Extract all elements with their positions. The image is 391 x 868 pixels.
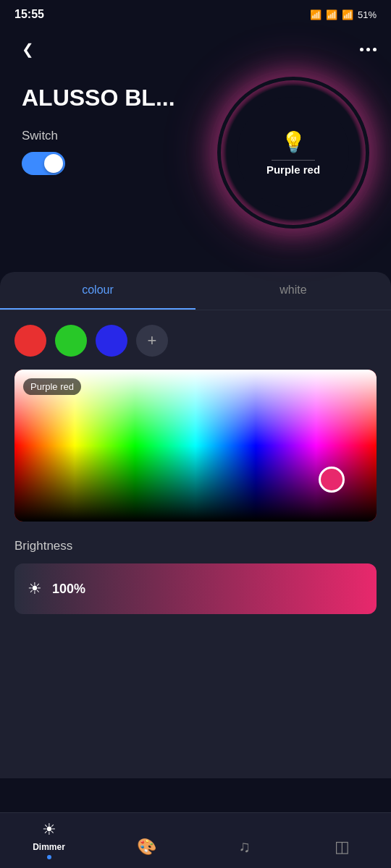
- ring-color-label: Purple red: [266, 163, 320, 176]
- brightness-icon: ☀: [28, 579, 42, 598]
- swatch-green[interactable]: [55, 325, 87, 357]
- bottom-nav: ☀ Dimmer 🎨 ♫ ◫: [0, 812, 391, 868]
- nav-item-dimmer[interactable]: ☀ Dimmer: [0, 813, 98, 862]
- status-icons: 📶 📶 📶 51%: [310, 9, 377, 20]
- toggle-thumb: [44, 154, 63, 173]
- brightness-label: Brightness: [14, 539, 377, 553]
- brightness-value: 100%: [52, 582, 85, 597]
- bulb-icon: 💡: [281, 130, 306, 154]
- brightness-slider[interactable]: ☀ 100%: [14, 563, 377, 614]
- status-time: 15:55: [14, 8, 44, 21]
- nav-item-colour[interactable]: 🎨: [98, 830, 196, 862]
- color-gradient[interactable]: Purple red: [14, 370, 377, 522]
- tab-white[interactable]: white: [196, 272, 391, 310]
- hero-left: ALUSSO BL... Switch: [22, 77, 210, 175]
- swatches-row: +: [0, 325, 391, 357]
- tabs: colour white: [0, 272, 391, 310]
- ring-inner: 💡 Purple red: [237, 97, 349, 208]
- toggle-wrapper: [22, 152, 210, 175]
- ring-divider: [272, 160, 315, 161]
- more-button[interactable]: [360, 48, 377, 51]
- nav-item-scenes[interactable]: ◫: [293, 830, 391, 862]
- swatch-add[interactable]: +: [136, 325, 168, 357]
- status-bar: 15:55 📶 📶 📶 51%: [0, 0, 391, 29]
- back-button[interactable]: ❮: [14, 36, 41, 62]
- more-dot-3: [373, 48, 377, 51]
- swatch-blue[interactable]: [96, 325, 127, 357]
- bluetooth-icon: 📶: [310, 9, 321, 20]
- scenes-icon: ◫: [335, 838, 350, 856]
- brightness-section: Brightness ☀ 100%: [0, 539, 391, 614]
- more-dot-2: [366, 48, 370, 51]
- hero-ring: 💡 Purple red: [210, 69, 377, 236]
- hero-section: ALUSSO BL... Switch 💡 Purple red: [0, 69, 391, 272]
- power-toggle[interactable]: [22, 152, 65, 175]
- wifi-icon: 📶: [326, 9, 337, 20]
- more-dot-1: [360, 48, 363, 51]
- swatch-red[interactable]: [14, 325, 46, 357]
- nav-active-dot: [47, 855, 51, 859]
- dimmer-label: Dimmer: [33, 842, 65, 852]
- dimmer-icon: ☀: [42, 820, 56, 839]
- switch-label: Switch: [22, 129, 210, 143]
- top-nav: ❮: [0, 29, 391, 69]
- battery-icon: 51%: [358, 9, 377, 20]
- color-picker[interactable]: Purple red: [14, 370, 377, 522]
- color-tag: Purple red: [23, 378, 81, 395]
- content-panel: colour white + Purple red Brightness ☀ 1…: [0, 272, 391, 778]
- color-cursor[interactable]: [319, 467, 345, 493]
- tab-colour[interactable]: colour: [0, 272, 196, 310]
- colour-nav-icon: 🎨: [137, 838, 156, 856]
- device-name: ALUSSO BL...: [22, 84, 210, 111]
- nav-item-music[interactable]: ♫: [196, 830, 293, 862]
- signal-icon: 📶: [342, 9, 353, 20]
- music-icon: ♫: [238, 838, 251, 856]
